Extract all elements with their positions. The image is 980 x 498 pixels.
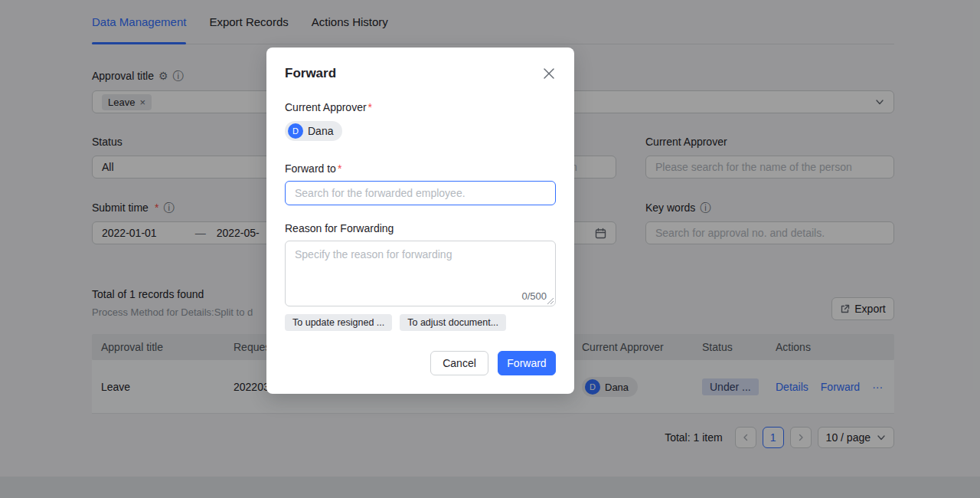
quick-phrases: To update resigned ... To adjust documen… <box>285 314 556 331</box>
reason-textarea[interactable] <box>286 241 555 306</box>
reason-textarea-wrap: 0/500 <box>285 241 556 306</box>
forward-to-input[interactable] <box>285 181 556 205</box>
char-counter: 0/500 <box>519 290 549 302</box>
modal-reason-label: Reason for Forwarding <box>285 222 556 234</box>
forward-modal: Forward Current Approver* D Dana Forward… <box>266 48 574 394</box>
modal-title: Forward <box>285 66 336 81</box>
forward-to-input-field[interactable] <box>295 182 546 204</box>
resize-grip-icon[interactable] <box>547 298 554 304</box>
forward-submit-button[interactable]: Forward <box>498 351 556 375</box>
modal-current-approver-label: Current Approver* <box>285 101 556 113</box>
avatar: D <box>288 123 303 139</box>
close-icon[interactable] <box>542 67 556 80</box>
modal-approver-chip: D Dana <box>285 121 342 141</box>
modal-forward-to-label: Forward to* <box>285 162 556 175</box>
cancel-button[interactable]: Cancel <box>430 351 488 375</box>
quick-phrase-chip[interactable]: To update resigned ... <box>285 314 392 331</box>
quick-phrase-chip[interactable]: To adjust document... <box>400 314 506 331</box>
